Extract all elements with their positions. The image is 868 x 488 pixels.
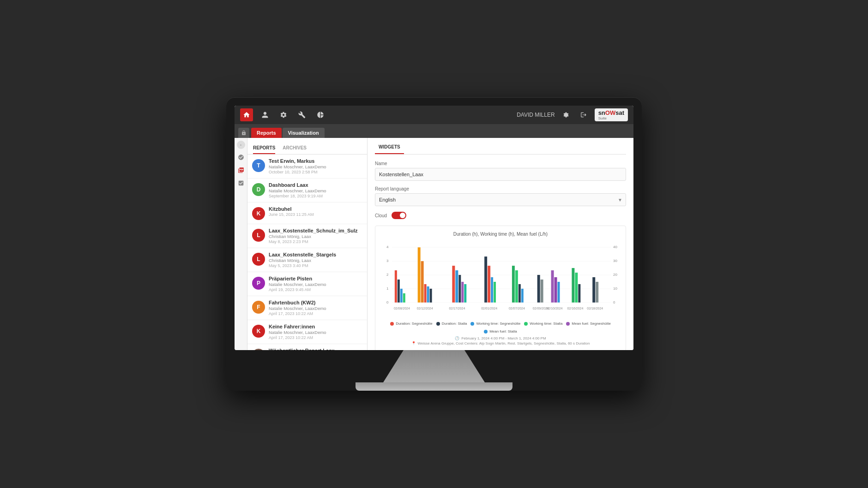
legend-label: Working time: Segneshütte	[476, 321, 520, 326]
widgets-tab-bar: WIDGETS	[375, 144, 626, 155]
home-icon[interactable]	[240, 108, 253, 121]
logo-suite: Suite	[598, 116, 607, 120]
tab-bar: Reports Visualization	[235, 124, 633, 138]
report-date: September 18, 2023 9:19 AM	[269, 194, 362, 198]
legend-item: Mean fuel: Stalla	[484, 329, 517, 333]
language-select-wrapper: English German French ▼	[375, 193, 626, 206]
main-content: › REPORTS ARCHIVES T	[235, 138, 633, 350]
svg-rect-40	[555, 277, 557, 303]
monitor-base	[356, 382, 512, 391]
language-select[interactable]: English German French	[375, 193, 626, 206]
report-item[interactable]: W Wöchentlicher Report Laax Natalie Mosc…	[247, 344, 367, 350]
sidebar-check-icon[interactable]	[236, 179, 246, 188]
cloud-row: Cloud	[375, 212, 626, 219]
legend-item: Working time: Segneshütte	[470, 321, 520, 326]
legend-label: Mean fuel: Segneshütte	[572, 321, 611, 326]
svg-rect-22	[427, 286, 429, 303]
report-avatar: D	[252, 183, 265, 196]
svg-rect-34	[515, 270, 518, 303]
top-nav: DAVID MILLER snOWsat Suite	[235, 106, 633, 124]
cloud-toggle[interactable]	[392, 212, 406, 219]
svg-rect-18	[403, 293, 405, 303]
svg-text:02/08/2024: 02/08/2024	[394, 307, 410, 310]
svg-rect-39	[551, 270, 554, 303]
widgets-tab[interactable]: WIDGETS	[375, 144, 404, 154]
report-info: Präparierte Pisten Natalie Moschner, Laa…	[269, 276, 362, 292]
chart-date-range: February 1, 2024 4:00 PM - March 1, 2024…	[461, 336, 546, 340]
svg-rect-33	[512, 266, 515, 303]
legend-dot	[484, 330, 488, 333]
report-avatar: L	[252, 229, 265, 242]
svg-rect-20	[421, 261, 424, 303]
tools-icon[interactable]	[295, 108, 308, 121]
report-date: April 19, 2023 9:45 AM	[269, 287, 362, 292]
svg-text:2: 2	[386, 273, 389, 277]
report-info: Laax_Kostenstelle_Stargels Christian Mön…	[269, 252, 362, 268]
svg-text:02/16/2024: 02/16/2024	[567, 307, 583, 310]
report-title: Kitzbuhel	[269, 206, 362, 212]
legend-item: Working time: Stalla	[524, 321, 562, 326]
report-avatar: W	[252, 349, 265, 350]
logout-icon[interactable]	[577, 108, 590, 121]
reports-tab[interactable]: REPORTS	[253, 145, 275, 154]
chart-footer: 🕐 February 1, 2024 4:00 PM - March 1, 20…	[381, 336, 620, 345]
report-item[interactable]: P Präparierte Pisten Natalie Moschner, L…	[247, 272, 367, 296]
svg-rect-21	[424, 284, 427, 303]
user-settings-icon[interactable]	[560, 108, 573, 121]
svg-text:3: 3	[386, 259, 389, 263]
tab-reports[interactable]: Reports	[251, 128, 282, 138]
report-item[interactable]: L Laax_Kostenstelle_Stargels Christian M…	[247, 248, 367, 272]
svg-rect-30	[488, 266, 490, 303]
svg-rect-23	[430, 289, 432, 303]
report-item[interactable]: K Kitzbuhel June 15, 2023 11:25 AM	[247, 202, 367, 224]
svg-rect-43	[575, 273, 578, 303]
cloud-label: Cloud	[375, 213, 387, 218]
legend-dot	[566, 322, 570, 326]
report-info: Keine Fahrer:innen Natalie Moschner, Laa…	[269, 324, 362, 340]
report-item[interactable]: L Laax_Kostenstelle_Schnulz_im_Sulz Chri…	[247, 224, 367, 248]
legend-item: Mean fuel: Segneshütte	[566, 321, 611, 326]
sidebar-reports-icon[interactable]	[236, 153, 246, 162]
svg-rect-35	[518, 284, 521, 303]
language-label: Report language	[375, 186, 626, 191]
tab-visualization[interactable]: Visualization	[283, 128, 325, 138]
svg-rect-45	[592, 277, 595, 303]
legend-dot	[390, 322, 394, 326]
report-avatar: F	[252, 301, 265, 314]
svg-rect-38	[541, 280, 543, 303]
tab-lock-icon[interactable]	[238, 128, 249, 138]
settings-icon[interactable]	[277, 108, 290, 121]
report-date: May 8, 2023 2:23 PM	[269, 239, 362, 244]
archives-tab[interactable]: ARCHIVES	[283, 145, 307, 154]
report-title: Laax_Kostenstelle_Stargels	[269, 252, 362, 257]
report-subtitle: Natalie Moschner, LaaxDemo	[269, 330, 362, 335]
name-label: Name	[375, 161, 626, 166]
person-icon[interactable]	[259, 108, 271, 121]
name-input[interactable]	[375, 168, 626, 181]
toggle-knob	[400, 213, 405, 218]
svg-rect-17	[400, 289, 403, 303]
legend-item: Duration: Stalla	[436, 321, 467, 326]
report-item[interactable]: T Test Erwin, Markus Natalie Moschner, L…	[247, 155, 367, 179]
svg-text:0: 0	[386, 300, 389, 304]
legend-dot	[470, 322, 474, 326]
report-item[interactable]: K Keine Fahrer:innen Natalie Moschner, L…	[247, 320, 367, 344]
chart-icon[interactable]	[314, 108, 327, 121]
svg-text:02/07/2024: 02/07/2024	[509, 307, 525, 310]
svg-rect-16	[398, 280, 400, 303]
svg-rect-27	[461, 282, 464, 303]
report-title: Fahrtenbuch (KW2)	[269, 300, 362, 305]
report-subtitle: Natalie Moschner, LaaxDemo	[269, 282, 362, 287]
svg-rect-15	[395, 270, 397, 303]
report-info: Kitzbuhel June 15, 2023 11:25 AM	[269, 206, 362, 217]
svg-text:40: 40	[613, 245, 617, 249]
svg-text:20: 20	[613, 273, 617, 277]
chart-area: 4 3 2 1 0 40 30 20 10 0	[381, 240, 620, 319]
svg-text:10: 10	[613, 286, 617, 291]
report-item[interactable]: F Fahrtenbuch (KW2) Natalie Moschner, La…	[247, 296, 367, 320]
sidebar-collapse-btn[interactable]: ›	[237, 141, 245, 149]
report-avatar: L	[252, 253, 265, 266]
nav-icons	[240, 108, 327, 121]
sidebar-pdf-icon[interactable]	[236, 166, 246, 175]
report-item[interactable]: D Dashboard Laax Natalie Moschner, LaaxD…	[247, 179, 367, 202]
